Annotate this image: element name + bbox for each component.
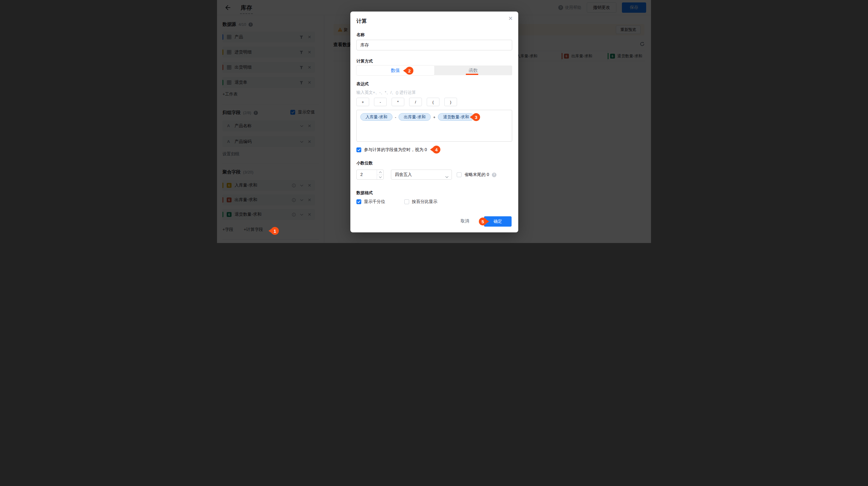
- modal-title: 计算: [356, 18, 367, 25]
- rounding-value: 四舍五入: [395, 172, 412, 177]
- stepper-down-button[interactable]: [377, 175, 384, 180]
- thousand-separator-row[interactable]: 显示千分位: [356, 199, 385, 204]
- expression-editor[interactable]: 入库量-求和 - 出库量-求和 + 退货数量-求和: [356, 110, 512, 142]
- close-icon[interactable]: ✕: [508, 16, 513, 21]
- expression-label: 表达式: [356, 81, 369, 87]
- step-badge-2: 2: [405, 67, 413, 75]
- expression-hint: 输入英文+、-、*、/、() 进行运算: [356, 90, 416, 95]
- tab-numeric[interactable]: 数值: [356, 65, 434, 75]
- step-badge-5: 5: [479, 218, 487, 225]
- null-as-zero-label: 参与计算的字段值为空时，视为 0: [364, 147, 427, 152]
- operator-close-paren-button[interactable]: ): [444, 98, 457, 106]
- percent-display-label: 按百分比显示: [412, 199, 437, 204]
- operator-plus-button[interactable]: +: [356, 98, 369, 106]
- name-input[interactable]: [356, 40, 512, 50]
- question-icon[interactable]: ?: [492, 173, 496, 177]
- step-badge-4: 4: [433, 146, 440, 153]
- expression-field-pill[interactable]: 入库量-求和: [360, 113, 393, 121]
- percent-display-checkbox[interactable]: [404, 199, 409, 204]
- operator-buttons: + - * / ( ): [356, 98, 457, 106]
- expression-operator: +: [433, 113, 435, 121]
- null-as-zero-row[interactable]: 参与计算的字段值为空时，视为 0: [356, 147, 427, 152]
- decimal-stepper[interactable]: 2: [356, 170, 384, 180]
- step-badge-3: 3: [472, 113, 480, 121]
- cancel-button[interactable]: 取消: [461, 219, 469, 224]
- decimal-label: 小数位数: [356, 161, 373, 166]
- omit-trailing-zero-checkbox[interactable]: [457, 172, 462, 177]
- operator-open-paren-button[interactable]: (: [427, 98, 439, 106]
- null-as-zero-checkbox[interactable]: [356, 147, 361, 152]
- name-label: 名称: [356, 32, 365, 38]
- omit-trailing-zero-label: 省略末尾的 0: [464, 172, 489, 177]
- operator-multiply-button[interactable]: *: [392, 98, 404, 106]
- expression-operator: -: [395, 113, 396, 121]
- operator-divide-button[interactable]: /: [409, 98, 422, 106]
- expression-field-pill[interactable]: 出库量-求和: [399, 113, 431, 121]
- thousand-separator-checkbox[interactable]: [356, 199, 361, 204]
- calculation-modal: ✕ 计算 名称 计算方式 数值 函数 表达式 输入英文+、-、*、/、() 进行…: [350, 11, 518, 232]
- thousand-separator-label: 显示千分位: [364, 199, 385, 204]
- stepper-up-button[interactable]: [377, 170, 384, 175]
- app-screen: 库存 ? 使用帮助 撤销更改 保存 数据源 4/10 i 产品 ✕ 进货明细: [217, 0, 651, 243]
- format-label: 数据格式: [356, 190, 373, 196]
- omit-trailing-zero-row[interactable]: 省略末尾的 0 ?: [457, 172, 496, 177]
- expression-field-pill[interactable]: 退货数量-求和: [438, 113, 474, 121]
- percent-display-row[interactable]: 按百分比显示: [404, 199, 437, 204]
- annotation-underline: [466, 74, 478, 75]
- step-badge-1: 1: [271, 227, 279, 235]
- method-label: 计算方式: [356, 59, 373, 64]
- calc-method-tabs: 数值 函数: [356, 65, 512, 75]
- chevron-down-icon: [445, 174, 448, 179]
- operator-minus-button[interactable]: -: [374, 98, 387, 106]
- decimal-value: 2: [360, 172, 363, 177]
- rounding-select[interactable]: 四舍五入: [391, 170, 452, 180]
